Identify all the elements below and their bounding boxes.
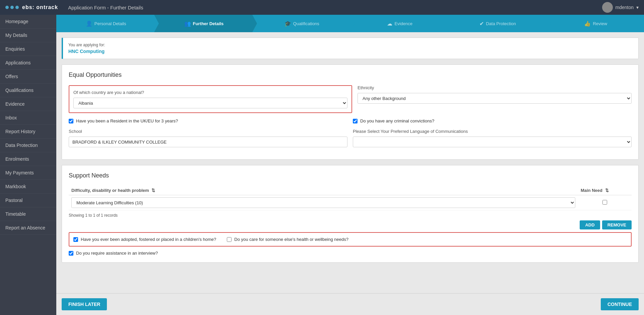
difficulty-select[interactable]: Moderate Learning Difficulties (10) Dysl… <box>71 197 575 208</box>
steps-bar: 👤 Personal Details 👥 Further Details 🎓 Q… <box>56 15 644 32</box>
assistance-group: Do you require assistance in an intervie… <box>69 251 632 256</box>
nationality-ethnicity-row: Of which country are you a national? Alb… <box>69 85 632 113</box>
sidebar-item-applications[interactable]: Applications <box>0 56 56 70</box>
difficulty-column-header: Difficulty, disability or health problem… <box>69 186 578 195</box>
criminal-label: Do you have any criminal convictions? <box>360 118 434 123</box>
criminal-checkbox[interactable] <box>353 119 358 123</box>
language-group: Please Select Your Preferred Language of… <box>353 129 632 147</box>
school-input[interactable] <box>69 137 347 147</box>
main-need-checkbox[interactable] <box>602 200 607 205</box>
nationality-label: Of which country are you a national? <box>73 90 347 95</box>
resident-checkbox[interactable] <box>69 119 73 123</box>
nationality-group: Of which country are you a national? Alb… <box>69 85 352 113</box>
step-personal-details-label: Personal Details <box>94 21 126 26</box>
support-needs-title: Support Needs <box>69 172 632 179</box>
resident-criminal-row: Have you been a Resident in the UK/EU fo… <box>69 118 632 123</box>
info-box: You are applying for: HNC Computing <box>62 38 639 59</box>
sidebar-item-qualifications[interactable]: Qualifications <box>0 84 56 97</box>
resident-label: Have you been a Resident in the UK/EU fo… <box>76 118 178 123</box>
finish-later-button[interactable]: FINISH LATER <box>62 298 107 310</box>
table-row: Moderate Learning Difficulties (10) Dysl… <box>69 195 632 210</box>
main-need-sort-icon: ⇅ <box>605 188 609 193</box>
step-data-protection[interactable]: ✔ Data Protection <box>448 15 546 32</box>
sidebar-item-offers[interactable]: Offers <box>0 70 56 84</box>
sidebar-item-evidence[interactable]: Evidence <box>0 97 56 111</box>
dot2 <box>10 6 14 9</box>
info-box-label: You are applying for: <box>68 43 633 47</box>
main-layout: Homepage My Details Enquiries Applicatio… <box>0 15 644 315</box>
assistance-checkbox-row: Do you require assistance in an intervie… <box>69 251 632 256</box>
step-review-label: Review <box>593 21 607 26</box>
page-title: Application Form - Further Details <box>68 5 143 10</box>
review-icon: 👍 <box>584 20 591 27</box>
step-data-protection-label: Data Protection <box>486 21 516 26</box>
resident-checkbox-row: Have you been a Resident in the UK/EU fo… <box>69 118 347 123</box>
assistance-checkbox[interactable] <box>69 251 73 256</box>
care-label: Do you care for someone else's health or… <box>234 237 348 242</box>
further-details-icon: 👥 <box>184 20 191 27</box>
evidence-icon: ☁ <box>387 20 392 27</box>
remove-button[interactable]: REMOVE <box>602 220 632 229</box>
equal-opportunities-section: Equal Opportunities Of which country are… <box>62 64 639 160</box>
sidebar-item-timetable[interactable]: Timetable <box>0 207 56 221</box>
chevron-down-icon[interactable]: ▾ <box>636 5 639 10</box>
sidebar-item-report-history[interactable]: Report History <box>0 125 56 139</box>
criminal-group: Do you have any criminal convictions? <box>353 118 632 123</box>
data-protection-icon: ✔ <box>479 20 484 27</box>
difficulty-cell: Moderate Learning Difficulties (10) Dysl… <box>69 195 578 210</box>
sidebar-item-report-absence[interactable]: Report an Absence <box>0 221 56 235</box>
qualifications-icon: 🎓 <box>284 20 291 27</box>
topbar: ebs: ontrack Application Form - Further … <box>0 0 644 15</box>
sidebar-item-enquiries[interactable]: Enquiries <box>0 42 56 56</box>
criminal-checkbox-row: Do you have any criminal convictions? <box>353 118 632 123</box>
sidebar-item-pastoral[interactable]: Pastoral <box>0 194 56 207</box>
main-need-cell <box>578 195 632 210</box>
sidebar-item-enrolments[interactable]: Enrolments <box>0 152 56 166</box>
step-further-details-label: Further Details <box>193 21 224 26</box>
ethnicity-select[interactable]: Any other Background White British White… <box>358 93 632 104</box>
add-button[interactable]: ADD <box>580 220 600 229</box>
username[interactable]: mdenton <box>616 5 634 10</box>
sidebar-item-homepage[interactable]: Homepage <box>0 15 56 29</box>
step-personal-details[interactable]: 👤 Personal Details <box>56 15 154 32</box>
school-language-row: School Please Select Your Preferred Lang… <box>69 129 632 147</box>
language-select[interactable]: English Welsh French Other <box>353 137 632 147</box>
sidebar-item-data-protection[interactable]: Data Protection <box>0 139 56 152</box>
care-checkbox[interactable] <box>227 237 232 242</box>
step-evidence[interactable]: ☁ Evidence <box>350 15 448 32</box>
nationality-select[interactable]: Albania United Kingdom Ireland France Ge… <box>73 98 347 108</box>
sidebar-item-my-payments[interactable]: My Payments <box>0 166 56 180</box>
sidebar-item-markbook[interactable]: Markbook <box>0 180 56 194</box>
logo-text: ebs: ontrack <box>22 4 58 10</box>
personal-details-icon: 👤 <box>86 20 92 27</box>
sidebar-item-inbox[interactable]: Inbox <box>0 111 56 125</box>
logo-dots <box>5 6 19 9</box>
language-label: Please Select Your Preferred Language of… <box>353 129 632 134</box>
avatar <box>602 2 613 13</box>
adopted-label: Have you ever been adopted, fostered or … <box>81 237 216 242</box>
topbar-left: ebs: ontrack Application Form - Further … <box>5 4 143 10</box>
support-needs-section: Support Needs Difficulty, disability or … <box>62 165 639 263</box>
step-further-details[interactable]: 👥 Further Details <box>154 15 252 32</box>
care-checkbox-row: Do you care for someone else's health or… <box>227 237 348 242</box>
step-review[interactable]: 👍 Review <box>546 15 644 32</box>
bottom-toolbar: FINISH LATER CONTINUE <box>56 293 644 315</box>
step-qualifications-label: Qualifications <box>293 21 319 26</box>
content-area: 👤 Personal Details 👥 Further Details 🎓 Q… <box>56 15 644 315</box>
ethnicity-group: Ethnicity Any other Background White Bri… <box>358 85 632 104</box>
step-qualifications[interactable]: 🎓 Qualifications <box>252 15 350 32</box>
dot3 <box>15 6 19 9</box>
showing-text: Showing 1 to 1 of 1 records <box>69 213 632 218</box>
main-need-column-header: Main Need ⇅ <box>578 186 632 195</box>
topbar-right: mdenton ▾ <box>602 2 639 13</box>
adopted-checkbox[interactable] <box>73 237 78 242</box>
sidebar-item-my-details[interactable]: My Details <box>0 29 56 42</box>
ethnicity-label: Ethnicity <box>358 85 632 90</box>
school-group: School <box>69 129 347 147</box>
add-remove-buttons: ADD REMOVE <box>69 220 632 229</box>
content-body: You are applying for: HNC Computing Equa… <box>56 32 644 293</box>
continue-button[interactable]: CONTINUE <box>601 298 639 310</box>
dot1 <box>5 6 9 9</box>
equal-opportunities-title: Equal Opportunities <box>69 71 632 78</box>
support-needs-table: Difficulty, disability or health problem… <box>69 186 632 210</box>
